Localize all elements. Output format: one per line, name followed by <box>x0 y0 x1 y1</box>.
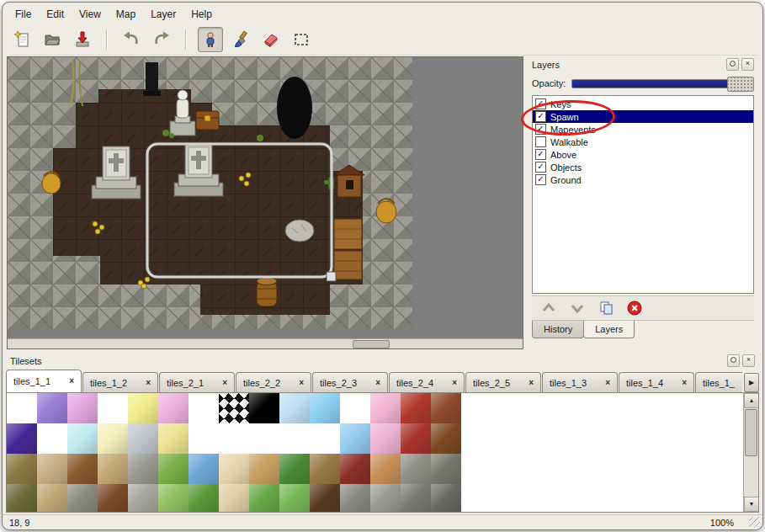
tab-close-icon[interactable]: × <box>605 379 610 387</box>
dock-tab-layers[interactable]: Layers <box>583 321 635 338</box>
tile-1-6[interactable] <box>189 423 219 454</box>
scroll-up-button[interactable]: ▲ <box>744 393 758 408</box>
layer-row-ground[interactable]: ✓Ground <box>533 173 753 186</box>
tile-2-13[interactable] <box>401 454 431 484</box>
layer-visibility-checkbox[interactable]: ✓ <box>535 98 546 109</box>
map-canvas[interactable] <box>7 56 523 349</box>
tab-close-icon[interactable]: × <box>452 379 457 387</box>
tileset-tab-tiles_2_5[interactable]: tiles_2_5× <box>465 372 541 392</box>
tile-0-5[interactable] <box>158 393 189 423</box>
opacity-handle[interactable] <box>727 77 754 92</box>
scroll-down-button[interactable]: ▼ <box>744 497 758 512</box>
layer-visibility-checkbox[interactable]: ✓ <box>535 149 546 160</box>
tile-1-8[interactable] <box>249 423 279 454</box>
select-tool-button[interactable] <box>289 27 314 52</box>
tile-3-10[interactable] <box>310 484 340 513</box>
tile-0-12[interactable] <box>370 393 401 423</box>
eraser-tool-button[interactable] <box>258 27 284 52</box>
tile-3-3[interactable] <box>98 484 128 513</box>
vscrollbar-thumb[interactable] <box>745 409 757 456</box>
tile-3-2[interactable] <box>67 484 98 513</box>
tile-0-9[interactable] <box>279 393 310 423</box>
menu-layer[interactable]: Layer <box>143 6 183 23</box>
tile-1-12[interactable] <box>370 423 401 454</box>
dock-rollup-button[interactable] <box>727 354 740 367</box>
save-button[interactable] <box>70 27 95 52</box>
tile-0-1[interactable] <box>37 393 67 423</box>
layer-row-walkable[interactable]: Walkable <box>533 136 753 148</box>
tile-3-6[interactable] <box>189 484 219 513</box>
tile-0-11[interactable] <box>340 393 370 423</box>
layer-visibility-checkbox[interactable] <box>535 136 546 147</box>
brush-tool-button[interactable] <box>228 27 253 52</box>
tile-0-7[interactable] <box>219 393 249 423</box>
selection-resize-handle[interactable] <box>327 272 336 281</box>
menu-edit[interactable]: Edit <box>39 6 72 23</box>
tile-1-9[interactable] <box>279 423 310 454</box>
layer-visibility-checkbox[interactable]: ✓ <box>535 162 546 173</box>
tile-3-7[interactable] <box>219 484 249 513</box>
tileset-tab-tiles_1_4[interactable]: tiles_1_4× <box>619 372 694 392</box>
map-hscrollbar[interactable] <box>8 338 523 348</box>
redo-button[interactable] <box>149 27 174 52</box>
tile-3-13[interactable] <box>401 484 431 513</box>
tab-close-icon[interactable]: × <box>375 379 380 387</box>
tile-0-6[interactable] <box>189 393 219 423</box>
tab-close-icon[interactable]: × <box>146 379 151 387</box>
tile-2-11[interactable] <box>340 454 370 484</box>
tab-close-icon[interactable]: × <box>69 377 74 386</box>
resize-grip[interactable] <box>749 517 760 528</box>
tile-2-0[interactable] <box>7 454 37 484</box>
tile-0-14[interactable] <box>431 393 461 423</box>
layer-row-objects[interactable]: ✓Objects <box>533 161 753 173</box>
tileset-vscrollbar[interactable]: ▲ ▼ <box>743 393 758 512</box>
dock-tab-history[interactable]: History <box>532 321 584 338</box>
tile-1-1[interactable] <box>37 423 67 454</box>
tile-3-4[interactable] <box>128 484 158 513</box>
tab-close-icon[interactable]: × <box>529 379 534 387</box>
tile-1-11[interactable] <box>340 423 370 454</box>
tileset-tab-tiles_1_1[interactable]: tiles_1_1× <box>6 370 82 392</box>
tile-2-9[interactable] <box>279 454 310 484</box>
layer-row-mapevents[interactable]: ✓Mapevents <box>533 123 753 136</box>
tile-3-14[interactable] <box>431 484 461 513</box>
menu-file[interactable]: File <box>8 6 39 23</box>
tile-3-5[interactable] <box>158 484 189 513</box>
tile-3-11[interactable] <box>340 484 370 513</box>
tile-1-2[interactable] <box>67 423 98 454</box>
menu-view[interactable]: View <box>72 6 109 23</box>
layer-visibility-checkbox[interactable]: ✓ <box>535 124 546 135</box>
open-file-button[interactable] <box>40 27 65 52</box>
tile-2-12[interactable] <box>370 454 401 484</box>
tile-0-13[interactable] <box>401 393 431 423</box>
dock-rollup-button[interactable] <box>726 58 739 71</box>
tab-close-icon[interactable]: × <box>222 379 227 387</box>
tile-3-9[interactable] <box>279 484 310 513</box>
layer-move-down-button[interactable] <box>567 298 587 318</box>
tileset-tab-tiles_2_4[interactable]: tiles_2_4× <box>389 372 465 392</box>
dock-close-button[interactable]: × <box>742 354 755 367</box>
tileset-tab-tiles_2_1[interactable]: tiles_2_1× <box>159 372 235 392</box>
tile-2-6[interactable] <box>189 454 219 484</box>
dock-close-button[interactable]: × <box>741 58 754 71</box>
tile-2-2[interactable] <box>67 454 98 484</box>
tile-2-5[interactable] <box>158 454 189 484</box>
tile-2-7[interactable] <box>219 454 249 484</box>
tile-2-10[interactable] <box>310 454 340 484</box>
tile-2-14[interactable] <box>431 454 461 484</box>
tileset-tab-tiles_2_3[interactable]: tiles_2_3× <box>312 372 388 392</box>
opacity-slider[interactable] <box>571 79 754 88</box>
tile-2-4[interactable] <box>128 454 158 484</box>
tile-0-10[interactable] <box>310 393 340 423</box>
tile-2-8[interactable] <box>249 454 279 484</box>
layer-duplicate-button[interactable] <box>596 298 616 318</box>
menu-map[interactable]: Map <box>109 6 143 23</box>
tile-1-14[interactable] <box>431 423 461 454</box>
tile-1-0[interactable] <box>7 423 37 454</box>
menu-help[interactable]: Help <box>183 6 220 23</box>
tile-3-12[interactable] <box>370 484 401 513</box>
tile-0-8[interactable] <box>249 393 279 423</box>
tile-1-5[interactable] <box>158 423 189 454</box>
tile-1-7[interactable] <box>219 423 249 454</box>
tile-1-4[interactable] <box>128 423 158 454</box>
